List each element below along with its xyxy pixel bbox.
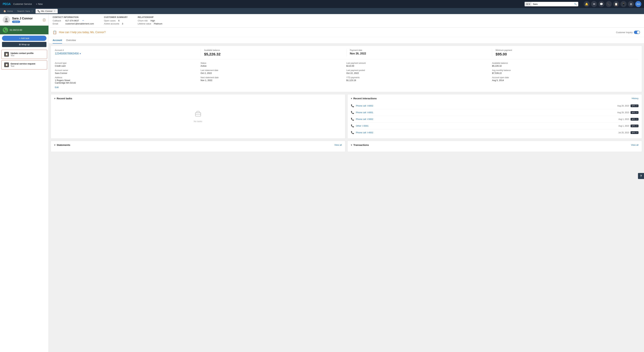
interaction-date-4: Aug 1, 2023 — [618, 125, 629, 127]
sidebar-task-item-2[interactable]: 📋 General service request Test — [1, 60, 47, 69]
tab-ms-connor[interactable]: 📞 Ms. Connor ✕ — [36, 9, 58, 13]
tab-home[interactable]: 🏠 Home — [1, 9, 15, 13]
next-statement-date-label: Next statement date — [200, 76, 342, 79]
ytd-payments-value: $1,123.19 — [346, 79, 488, 82]
available-balance2-field: Available balance $5,226.32 — [492, 62, 634, 67]
interaction-id-2[interactable]: I-6001 — [367, 111, 373, 114]
open-cases-value: 6 — [118, 19, 120, 22]
interaction-id-5[interactable]: I-4002 — [367, 131, 373, 134]
user-avatar-btn[interactable]: CA — [635, 1, 641, 7]
available-balance-label: Available balance — [204, 49, 343, 51]
collapse-icon-2[interactable]: ▾ — [351, 97, 352, 100]
transactions-view-all-link[interactable]: View all — [631, 144, 638, 146]
statements-view-all-link[interactable]: View all — [334, 144, 342, 146]
edit-link[interactable]: Edit — [55, 86, 58, 89]
last-payment-amount-value: $110.00 — [346, 65, 488, 67]
last-payment-posted-label: Last payment posted — [346, 69, 488, 71]
status-label: Status — [200, 62, 342, 64]
help-icon: 📋 — [53, 30, 57, 34]
help-fab-button[interactable]: ? — [638, 173, 644, 179]
wrap-up-button[interactable]: ⊞ Wrap up — [2, 42, 46, 47]
search-button[interactable]: 🔍 — [573, 2, 578, 6]
transactions-collapse-icon[interactable]: ▾ — [351, 144, 352, 146]
avg-monthly-balance-value: $7,539.22 — [492, 72, 634, 74]
tasks-icon-btn[interactable]: 📋 — [613, 1, 619, 7]
tab-account[interactable]: Account — [53, 37, 62, 43]
tab-overview[interactable]: Overview — [66, 37, 76, 43]
account-chevron-down-icon[interactable]: ▾ — [80, 52, 81, 55]
search-input[interactable] — [532, 2, 573, 6]
search-bar: All ▾ 🔍 — [524, 2, 578, 6]
bell-icon-btn[interactable]: 🔔 — [584, 1, 590, 7]
interaction-id-1[interactable]: I-6002 — [367, 105, 373, 107]
interaction-date-5: Jul 25, 2023 — [618, 132, 629, 134]
phone2-icon-btn[interactable]: 📱 — [620, 1, 626, 7]
interaction-type-2[interactable]: Phone call — [356, 111, 366, 114]
phone-icon-btn[interactable]: 📞 — [606, 1, 612, 7]
chat-icon-btn[interactable]: 💬 — [598, 1, 604, 7]
account-owner-field: Account owner Sara Connor — [55, 69, 196, 74]
last-payment-amount-field: Last payment amount $110.00 — [346, 62, 488, 67]
phone-tab-icon: 📞 — [38, 10, 40, 12]
nav-icon-group: 🔔 ✉ 💬 📞 📋 📱 ⊞ CA — [584, 1, 641, 7]
statements-collapse-icon[interactable]: ▾ — [54, 144, 55, 146]
last-statement-field: Last statement date Oct 2, 2022 — [200, 69, 342, 74]
new-button[interactable]: + New — [34, 2, 44, 6]
transactions-title-text: Transactions — [353, 144, 369, 146]
contact-full-name: Sara J Connor — [12, 17, 33, 20]
customer-inquiry-switch[interactable] — [634, 31, 640, 34]
interaction-id-4[interactable]: I-5001 — [362, 125, 368, 127]
sidebar-task-item-1[interactable]: 📋 Update contact profile Test — [1, 50, 47, 59]
collapse-icon[interactable]: ▾ — [54, 97, 55, 100]
close-icon[interactable]: ✕ — [54, 10, 56, 12]
home-icon: 🏠 — [3, 10, 6, 12]
address-field: Address 1 Rogers Street Cambridge MA 021… — [55, 76, 196, 84]
interaction-item-4: 📞 Other I-5001 Aug 1, 2023 NPS: 8 — [351, 123, 638, 129]
account-open-date-label: Account open date — [492, 76, 634, 79]
search-filter-dropdown[interactable]: All ▾ — [524, 2, 532, 6]
interaction-type-1[interactable]: Phone call — [356, 105, 366, 107]
interaction-type-5[interactable]: Phone call — [356, 131, 366, 134]
nps-badge-2: NPS: 8 — [630, 111, 638, 114]
account-owner-label: Account owner — [55, 69, 196, 71]
recent-interactions-panel: ▾ Recent interactions History 📞 Phone ca… — [347, 94, 642, 139]
contact-actions-icon[interactable]: 📋 — [42, 18, 46, 21]
top-info-bar: CONTACT INFORMATION Callback 617-374-963… — [49, 14, 644, 28]
account-col-3: Last payment amount $110.00 Last payment… — [346, 62, 492, 89]
last-statement-date-label: Last statement date — [200, 69, 342, 71]
main-container: Sara J Connor Owner 📋 📞 01:00/15:00 + Ad… — [0, 14, 644, 352]
help-banner: 📋 How can I help you today, Ms. Connor? … — [49, 28, 644, 37]
interaction-item-2: 📞 Phone call I-6001 Aug 29, 2023 NPS: 8 — [351, 109, 638, 116]
customer-summary-title: CUSTOMER SUMMARY — [104, 16, 128, 18]
mail-icon-btn[interactable]: ✉ — [591, 1, 597, 7]
interaction-date-1: Aug 29, 2023 — [617, 105, 629, 107]
task-title-2: General service request — [10, 62, 35, 65]
available-balance2-label: Available balance — [492, 62, 634, 64]
interaction-id-3[interactable]: I-5002 — [367, 118, 373, 120]
apps-icon-btn[interactable]: ⊞ — [628, 1, 634, 7]
close-icon[interactable]: ✕ — [31, 10, 33, 12]
interaction-type-3[interactable]: Phone call — [356, 118, 366, 120]
interaction-type-4[interactable]: Other — [356, 125, 362, 127]
tab-search-sara[interactable]: Search: Sara ✕ — [15, 9, 35, 13]
churn-risk-label: Churn risk — [138, 19, 148, 22]
tab-ms-connor-label: Ms. Connor — [41, 10, 52, 12]
call-icon: 📞 — [3, 27, 8, 33]
email-label: Email — [53, 22, 63, 25]
active-accounts-label: Active accounts — [104, 22, 119, 25]
tab-home-label: Home — [7, 10, 13, 12]
tabs-bar: 🏠 Home Search: Sara ✕ 📞 Ms. Connor ✕ — [0, 8, 644, 14]
ytd-payments-label: YTD payments — [346, 76, 488, 79]
lower-grid: ▾ Recent tasks No tasks — [51, 94, 642, 139]
available-balance2-value: $5,226.32 — [492, 65, 634, 67]
history-link[interactable]: History — [632, 97, 638, 100]
add-task-button[interactable]: + Add task — [2, 36, 46, 41]
phone-call-icon-3: 📞 — [351, 118, 354, 121]
interaction-item-1: 📞 Phone call I-6002 Aug 29, 2023 NPS: 8 — [351, 103, 638, 109]
minimum-payment-value: $95.00 — [496, 52, 634, 56]
contact-info-title: CONTACT INFORMATION — [53, 16, 94, 18]
edit-phone-icon[interactable]: ✏ — [82, 19, 84, 22]
account-number-label: Account # — [55, 49, 197, 51]
account-number-value[interactable]: 1234500078963456 ▾ — [55, 52, 197, 55]
payment-date-label: Payment date — [350, 49, 489, 51]
